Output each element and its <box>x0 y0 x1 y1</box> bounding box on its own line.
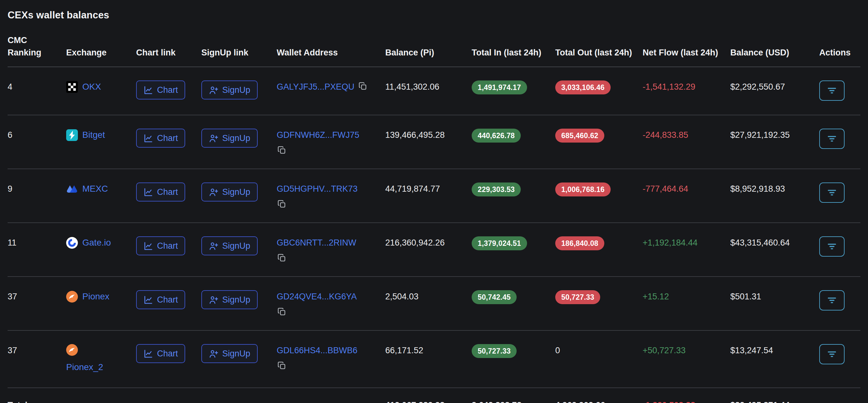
total-row: Total 412,067,289.93 3,642,398.78 4,962,… <box>8 388 860 403</box>
signup-button[interactable]: SignUp <box>201 344 258 363</box>
filter-icon <box>827 295 837 306</box>
line-chart-icon <box>144 295 153 305</box>
table-row: 37 Pionex_2 Chart SignUp <box>8 330 860 388</box>
cmc-ranking-value: 6 <box>8 130 12 140</box>
chart-button-label: Chart <box>157 240 178 251</box>
signup-link-cell: SignUp <box>201 277 277 330</box>
chart-button[interactable]: Chart <box>136 81 185 99</box>
wallet-address-cell: GD24QVE4...KG6YA <box>277 277 385 330</box>
copy-icon[interactable] <box>358 82 367 91</box>
user-plus-icon <box>209 187 218 197</box>
wallet-address-link[interactable]: GD5HGPHV...TRK73 <box>277 184 358 194</box>
total-in-cell: 1,379,024.51 <box>472 223 555 277</box>
cmc-ranking-cell: 6 <box>8 115 66 169</box>
copy-icon[interactable] <box>277 361 286 370</box>
actions-button[interactable] <box>819 81 844 101</box>
cmc-ranking-cell: 37 <box>8 277 66 330</box>
copy-icon[interactable] <box>277 307 286 316</box>
total-in-badge: 440,626.78 <box>472 128 521 143</box>
exchange-link[interactable]: Bitget <box>66 128 130 141</box>
cmc-ranking-cell: 11 <box>8 223 66 277</box>
signup-button-label: SignUp <box>222 186 250 197</box>
total-out-badge: 0 <box>555 344 560 357</box>
total-in-value: 3,642,398.78 <box>472 388 555 403</box>
signup-link-cell: SignUp <box>201 223 277 277</box>
actions-button[interactable] <box>819 182 844 203</box>
table-body: 4 OKX Chart SignUp <box>8 67 860 388</box>
signup-link-cell: SignUp <box>201 169 277 223</box>
wallet-address-link[interactable]: GDFNWH6Z...FWJ75 <box>277 130 359 140</box>
actions-cell <box>819 115 860 169</box>
balance-usd-cell: $13,247.54 <box>730 330 819 388</box>
signup-button[interactable]: SignUp <box>201 128 258 148</box>
wallet-address-link[interactable]: GD24QVE4...KG6YA <box>277 292 357 301</box>
copy-icon[interactable] <box>277 200 286 208</box>
copy-icon[interactable] <box>277 254 286 262</box>
column-header: Actions <box>819 32 860 67</box>
exchange-name[interactable]: MEXC <box>82 182 108 195</box>
exchange-name[interactable]: Pionex_2 <box>66 361 103 374</box>
copy-icon[interactable] <box>277 146 286 154</box>
signup-button[interactable]: SignUp <box>201 182 258 202</box>
cmc-ranking-value: 37 <box>8 346 17 355</box>
exchange-link[interactable]: MEXC <box>66 182 130 195</box>
chart-link-cell: Chart <box>136 277 201 330</box>
exchange-link[interactable]: OKX <box>66 81 130 93</box>
column-header: Net Flow (last 24h) <box>643 32 730 67</box>
chart-button-label: Chart <box>157 186 178 197</box>
actions-button[interactable] <box>819 290 844 311</box>
wallet-address-cell: GBC6NRTT...2RINW <box>277 223 385 277</box>
user-plus-icon <box>209 295 218 305</box>
chart-button[interactable]: Chart <box>136 344 185 363</box>
chart-button[interactable]: Chart <box>136 290 185 309</box>
total-out-cell: 186,840.08 <box>555 223 643 277</box>
wallet-address-cell: GALYJFJ5...PXEQU <box>277 67 385 115</box>
balance-pi-cell: 139,466,495.28 <box>385 115 472 169</box>
exchange-link[interactable]: Pionex <box>66 290 130 303</box>
total-out-badge: 1,006,768.16 <box>555 182 611 196</box>
total-out-badge: 3,033,106.46 <box>555 81 611 94</box>
balance-usd-cell: $501.31 <box>730 277 819 330</box>
signup-button[interactable]: SignUp <box>201 290 258 309</box>
actions-button[interactable] <box>819 128 844 149</box>
exchange-cell: MEXC <box>66 169 136 223</box>
exchange-name[interactable]: OKX <box>82 81 101 93</box>
actions-cell <box>819 169 860 223</box>
line-chart-icon <box>144 349 153 358</box>
total-out-value: 4,962,902.66 <box>555 388 643 403</box>
user-plus-icon <box>209 349 218 358</box>
balance-usd-cell: $2,292,550.67 <box>730 67 819 115</box>
balance-usd-cell: $27,921,192.35 <box>730 115 819 169</box>
signup-button[interactable]: SignUp <box>201 81 258 99</box>
exchange-name[interactable]: Bitget <box>82 128 105 141</box>
total-net-flow: -1,320,503.88 <box>643 388 730 403</box>
exchange-cell: Pionex_2 <box>66 330 136 388</box>
filter-icon <box>827 134 837 144</box>
balance-pi-cell: 11,451,302.06 <box>385 67 472 115</box>
column-header: Wallet Address <box>277 32 385 67</box>
chart-button[interactable]: Chart <box>136 182 185 202</box>
actions-button[interactable] <box>819 236 844 257</box>
exchange-link[interactable]: Pionex_2 <box>66 344 130 374</box>
exchange-name[interactable]: Gate.io <box>82 236 111 249</box>
column-header: Total In (last 24h) <box>472 32 555 67</box>
wallet-address-link[interactable]: GALYJFJ5...PXEQU <box>277 82 354 92</box>
table-row: 37 Pionex Chart SignUp <box>8 277 860 330</box>
total-out-badge: 685,460.62 <box>555 128 604 143</box>
chart-button[interactable]: Chart <box>136 128 185 148</box>
wallet-address-link[interactable]: GBC6NRTT...2RINW <box>277 238 356 248</box>
chart-button[interactable]: Chart <box>136 236 185 255</box>
chart-link-cell: Chart <box>136 330 201 388</box>
signup-button[interactable]: SignUp <box>201 236 258 255</box>
actions-cell <box>819 67 860 115</box>
chart-link-cell: Chart <box>136 223 201 277</box>
wallet-address-link[interactable]: GDL66HS4...BBWB6 <box>277 346 358 355</box>
exchange-link[interactable]: Gate.io <box>66 236 130 249</box>
bitget-logo-icon <box>66 129 78 141</box>
total-out-cell: 0 <box>555 330 643 388</box>
signup-link-cell: SignUp <box>201 67 277 115</box>
actions-button[interactable] <box>819 344 844 364</box>
actions-cell <box>819 277 860 330</box>
cmc-ranking-cell: 4 <box>8 67 66 115</box>
exchange-name[interactable]: Pionex <box>82 290 110 303</box>
